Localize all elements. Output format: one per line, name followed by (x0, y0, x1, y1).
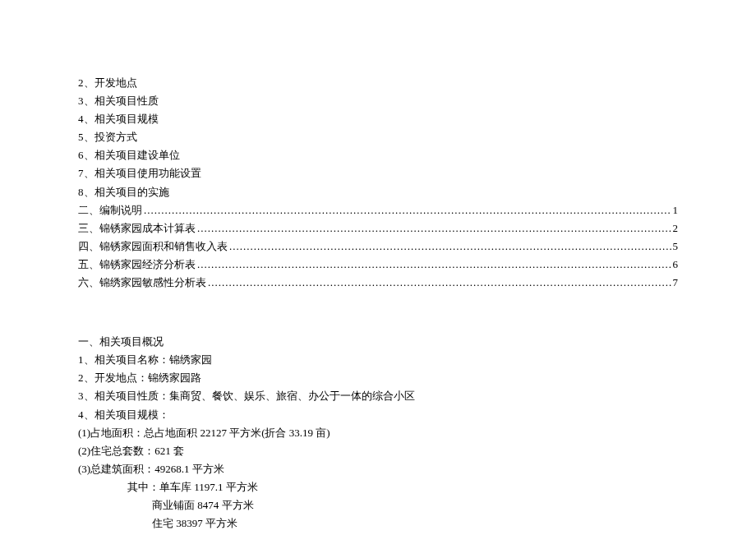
toc-title: 二、编制说明 (78, 201, 142, 219)
breakdown-item: 商业铺面 8474 平方米 (78, 496, 678, 514)
toc-page: 6 (673, 256, 679, 274)
toc-page: 7 (673, 274, 679, 292)
toc-title: 四、锦锈家园面积和销售收入表 (78, 238, 228, 256)
scale-item: (1)占地面积：总占地面积 22127 平方米(折合 33.19 亩) (78, 424, 678, 442)
toc-page: 5 (673, 238, 679, 256)
toc-leader: ........................................… (197, 219, 671, 238)
breakdown-lead: 其中：单车库 1197.1 平方米 (78, 478, 678, 496)
section-heading: 一、相关项目概况 (78, 333, 678, 351)
toc-entry: 四、锦锈家园面积和销售收入表 .........................… (78, 238, 678, 256)
scale-item: (2)住宅总套数：621 套 (78, 442, 678, 460)
outline-item: 6、相关项目建设单位 (78, 146, 678, 164)
outline-item: 7、相关项目使用功能设置 (78, 164, 678, 182)
toc-entry: 三、锦锈家园成本计算表 ............................… (78, 219, 678, 238)
detail-scale-heading: 4、相关项目规模： (78, 406, 678, 424)
outline-item: 4、相关项目规模 (78, 110, 678, 128)
detail-location: 2、开发地点：锦绣家园路 (78, 369, 678, 387)
toc-title: 三、锦锈家园成本计算表 (78, 219, 196, 238)
toc-entry: 五、锦锈家园经济分析表 ............................… (78, 256, 678, 274)
toc-title: 六、锦绣家园敏感性分析表 (78, 274, 206, 292)
outline-list: 2、开发地点 3、相关项目性质 4、相关项目规模 5、投资方式 6、相关项目建设… (78, 74, 678, 201)
toc-page: 1 (673, 201, 679, 219)
breakdown-item: 住宅 38397 平方米 (78, 514, 678, 533)
outline-item: 2、开发地点 (78, 74, 678, 92)
toc-entry: 二、编制说明 .................................… (78, 201, 678, 219)
outline-item: 3、相关项目性质 (78, 92, 678, 110)
scale-item: (3)总建筑面积：49268.1 平方米 (78, 460, 678, 478)
detail-nature: 3、相关项目性质：集商贸、餐饮、娱乐、旅宿、办公于一体的综合小区 (78, 387, 678, 405)
table-of-contents: 二、编制说明 .................................… (78, 201, 678, 292)
toc-leader: ........................................… (208, 274, 671, 292)
outline-item: 8、相关项目的实施 (78, 183, 678, 201)
toc-leader: ........................................… (229, 238, 671, 256)
toc-entry: 六、锦绣家园敏感性分析表 ...........................… (78, 274, 678, 292)
detail-name: 1、相关项目名称：锦绣家园 (78, 351, 678, 369)
toc-page: 2 (673, 219, 679, 238)
toc-leader: ........................................… (197, 256, 671, 274)
section-body: 一、相关项目概况 1、相关项目名称：锦绣家园 2、开发地点：锦绣家园路 3、相关… (78, 333, 678, 535)
toc-title: 五、锦锈家园经济分析表 (78, 256, 196, 274)
outline-item: 5、投资方式 (78, 128, 678, 146)
toc-leader: ........................................… (144, 201, 671, 219)
document-page: 2、开发地点 3、相关项目性质 4、相关项目规模 5、投资方式 6、相关项目建设… (78, 74, 678, 535)
